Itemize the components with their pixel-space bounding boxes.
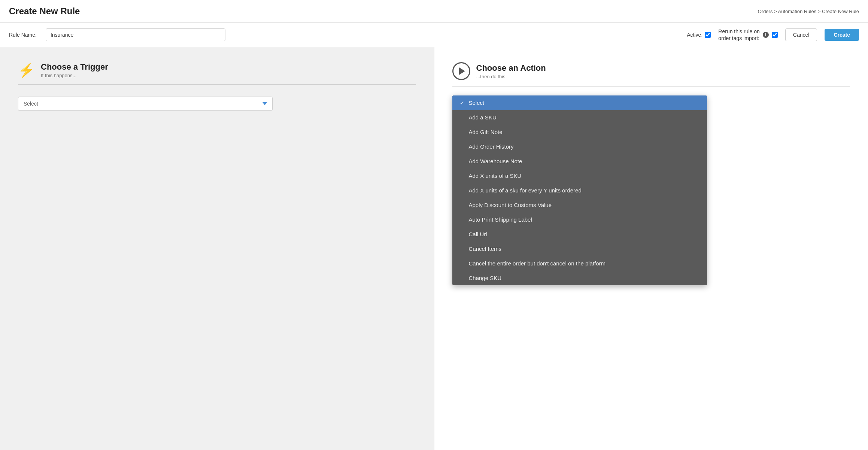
rule-name-input[interactable] (46, 28, 225, 41)
trigger-header-text: Choose a Trigger If this happens... (41, 62, 108, 78)
action-header-text: Choose an Action ...then do this (476, 63, 546, 79)
dropdown-item[interactable]: Add Gift Note (452, 125, 707, 139)
dropdown-item[interactable]: Add Warehouse Note (452, 154, 707, 168)
breadcrumb-sep1: > (773, 9, 778, 14)
rerun-label-text: Rerun this rule on order tags import: (718, 28, 760, 42)
dropdown-item[interactable]: Apply Discount to Customs Value (452, 198, 707, 212)
dropdown-item[interactable]: Add Order History (452, 139, 707, 154)
dropdown-item-label: Add Gift Note (469, 129, 503, 135)
dropdown-item[interactable]: Add X units of a sku for every Y units o… (452, 183, 707, 198)
check-mark-icon: ✓ (460, 100, 466, 106)
trigger-title: Choose a Trigger (41, 62, 108, 72)
dropdown-item-label: Cancel the entire order but don't cancel… (469, 260, 606, 267)
page-title: Create New Rule (9, 6, 80, 16)
action-subtitle: ...then do this (476, 74, 546, 79)
dropdown-item[interactable]: Cancel Items (452, 241, 707, 256)
page-header: Create New Rule Orders > Automation Rule… (0, 0, 868, 23)
main-content: ⚡ Choose a Trigger If this happens... Se… (0, 47, 868, 450)
active-checkbox[interactable] (705, 32, 711, 38)
dropdown-item-label: Auto Print Shipping Label (469, 216, 532, 223)
action-panel: Choose an Action ...then do this ✓Select… (434, 47, 868, 450)
dropdown-item-label: Add X units of a sku for every Y units o… (469, 187, 582, 194)
action-title: Choose an Action (476, 63, 546, 73)
trigger-subtitle: If this happens... (41, 73, 108, 78)
rerun-checkbox[interactable] (772, 32, 778, 38)
dropdown-item-label: Cancel Items (469, 246, 502, 252)
play-triangle (459, 67, 465, 75)
play-icon (452, 62, 470, 80)
dropdown-item[interactable]: Add a SKU (452, 110, 707, 125)
dropdown-item-label: Select (469, 100, 485, 106)
breadcrumb-current: Create New Rule (822, 9, 859, 14)
trigger-select[interactable]: Select (18, 97, 273, 111)
bolt-icon: ⚡ (18, 63, 35, 78)
active-label-text: Active: (687, 32, 702, 38)
rule-name-bar: Rule Name: Active: Rerun this rule on or… (0, 23, 868, 47)
rule-name-label: Rule Name: (9, 32, 37, 38)
dropdown-item[interactable]: Add X units of a SKU (452, 168, 707, 183)
breadcrumb-automation[interactable]: Automation Rules (778, 9, 817, 14)
dropdown-item[interactable]: ✓Select (452, 95, 707, 110)
dropdown-item[interactable]: Change SKU (452, 271, 707, 285)
active-control: Active: (687, 32, 711, 38)
trigger-panel: ⚡ Choose a Trigger If this happens... Se… (0, 47, 434, 450)
dropdown-item[interactable]: Cancel the entire order but don't cancel… (452, 256, 707, 271)
action-dropdown-list[interactable]: ✓SelectAdd a SKUAdd Gift NoteAdd Order H… (452, 95, 707, 285)
dropdown-item-label: Call Url (469, 231, 487, 237)
rerun-control: Rerun this rule on order tags import: i (718, 28, 778, 42)
dropdown-item-label: Add a SKU (469, 114, 497, 121)
action-panel-header: Choose an Action ...then do this (452, 62, 850, 86)
dropdown-item-label: Apply Discount to Customs Value (469, 202, 552, 208)
controls-right: Active: Rerun this rule on order tags im… (687, 28, 859, 42)
create-button[interactable]: Create (825, 29, 859, 41)
dropdown-item-label: Add Warehouse Note (469, 158, 522, 164)
dropdown-item-label: Add Order History (469, 143, 514, 150)
breadcrumb-orders[interactable]: Orders (758, 9, 773, 14)
dropdown-item[interactable]: Call Url (452, 227, 707, 241)
cancel-button[interactable]: Cancel (785, 28, 817, 41)
breadcrumb-sep2: > (816, 9, 822, 14)
trigger-panel-header: ⚡ Choose a Trigger If this happens... (18, 62, 416, 85)
breadcrumb: Orders > Automation Rules > Create New R… (758, 9, 859, 14)
dropdown-item-label: Add X units of a SKU (469, 173, 522, 179)
info-icon[interactable]: i (763, 32, 769, 38)
dropdown-item-label: Change SKU (469, 275, 502, 281)
dropdown-item[interactable]: Auto Print Shipping Label (452, 212, 707, 227)
